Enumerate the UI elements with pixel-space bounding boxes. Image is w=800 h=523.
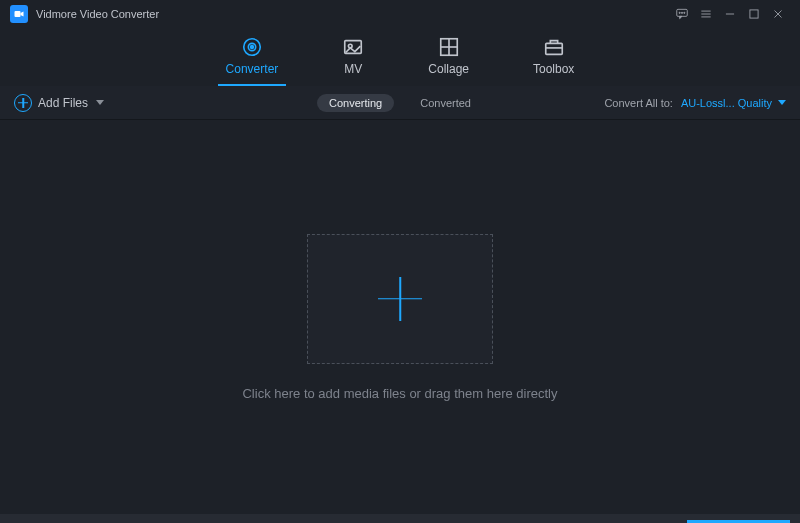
main-area: Click here to add media files or drag th…: [0, 120, 800, 514]
svg-point-14: [251, 46, 254, 49]
tab-collage[interactable]: Collage: [420, 32, 477, 86]
output-format-group: Convert All to: AU-Lossl... Quality: [604, 97, 786, 109]
status-tabs: Converting Converted: [317, 94, 483, 112]
close-icon[interactable]: [766, 2, 790, 26]
tab-converting[interactable]: Converting: [317, 94, 394, 112]
svg-point-2: [679, 12, 680, 13]
plus-circle-icon: [14, 94, 32, 112]
output-format-selector[interactable]: AU-Lossl... Quality: [681, 97, 786, 109]
tab-label: Collage: [428, 62, 469, 76]
footer-bar: Save to: C:\Vidmore\Vidmore Video Conver…: [0, 514, 800, 523]
menu-icon[interactable]: [694, 2, 718, 26]
minimize-icon[interactable]: [718, 2, 742, 26]
tab-mv[interactable]: MV: [334, 32, 372, 86]
dropzone-hint: Click here to add media files or drag th…: [242, 386, 557, 401]
tab-label: Toolbox: [533, 62, 574, 76]
add-files-button[interactable]: Add Files: [14, 94, 104, 112]
svg-point-3: [681, 12, 682, 13]
add-media-dropzone[interactable]: [307, 234, 493, 364]
tab-toolbox[interactable]: Toolbox: [525, 32, 582, 86]
converter-icon: [241, 36, 263, 58]
add-files-label: Add Files: [38, 96, 88, 110]
chevron-down-icon: [778, 100, 786, 105]
sub-toolbar: Add Files Converting Converted Convert A…: [0, 86, 800, 120]
tab-converter[interactable]: Converter: [218, 32, 287, 86]
tab-converted[interactable]: Converted: [408, 94, 483, 112]
maximize-icon[interactable]: [742, 2, 766, 26]
app-logo-icon: [10, 5, 28, 23]
app-title: Vidmore Video Converter: [36, 8, 159, 20]
plus-icon: [378, 277, 422, 321]
convert-all-to-label: Convert All to:: [604, 97, 672, 109]
title-bar: Vidmore Video Converter: [0, 0, 800, 28]
output-format-value: AU-Lossl... Quality: [681, 97, 772, 109]
toolbox-icon: [543, 36, 565, 58]
svg-point-4: [684, 12, 685, 13]
svg-rect-0: [15, 11, 21, 17]
add-files-dropdown-caret[interactable]: [96, 100, 104, 105]
tab-label: Converter: [226, 62, 279, 76]
main-tabs: Converter MV Collage Toolbox: [0, 28, 800, 86]
svg-rect-20: [545, 43, 562, 54]
mv-icon: [342, 36, 364, 58]
tab-label: MV: [344, 62, 362, 76]
svg-rect-9: [750, 10, 758, 18]
collage-icon: [438, 36, 460, 58]
feedback-icon[interactable]: [670, 2, 694, 26]
